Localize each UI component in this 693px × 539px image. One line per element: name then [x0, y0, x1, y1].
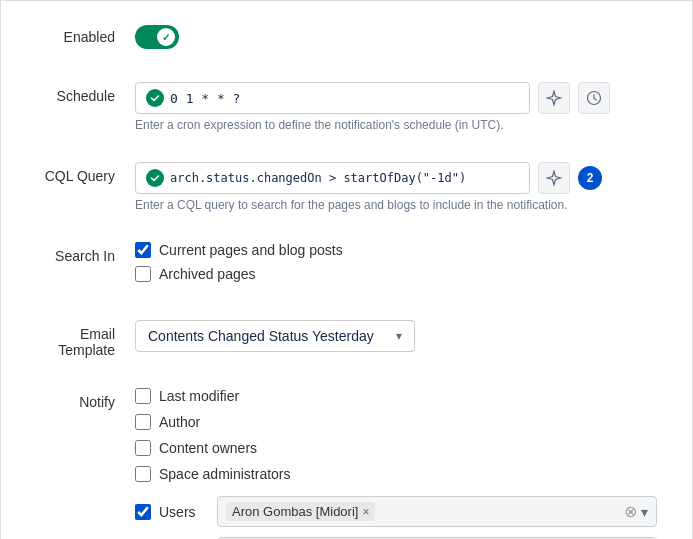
email-template-label: Email Template — [25, 320, 135, 358]
cql-input[interactable]: arch.status.changedOn > startOfDay("-1d"… — [135, 162, 530, 194]
author-checkbox[interactable] — [135, 414, 151, 430]
cql-label: CQL Query — [25, 162, 135, 184]
user-tag-label: Aron Gombas [Midori] — [232, 504, 358, 519]
enabled-content: ✓ — [135, 23, 668, 52]
toggle-check-icon: ✓ — [162, 32, 170, 43]
cql-content: arch.status.changedOn > startOfDay("-1d"… — [135, 162, 668, 212]
cql-value: arch.status.changedOn > startOfDay("-1d"… — [170, 171, 466, 185]
users-label: Users — [159, 504, 209, 520]
content-owners-label: Content owners — [159, 440, 257, 456]
archived-pages-label: Archived pages — [159, 266, 256, 282]
email-template-row: Email Template Contents Changed Status Y… — [25, 314, 668, 364]
email-template-content: Contents Changed Status Yesterday ▾ — [135, 320, 668, 352]
schedule-sparkle-button[interactable] — [538, 82, 570, 114]
current-pages-checkbox[interactable] — [135, 242, 151, 258]
content-owners-row: Content owners — [135, 440, 668, 456]
space-admins-row: Space administrators — [135, 466, 668, 482]
notify-row: Notify Last modifier Author Content owne… — [25, 382, 668, 539]
enabled-label: Enabled — [25, 23, 135, 45]
last-modifier-label: Last modifier — [159, 388, 239, 404]
notify-label: Notify — [25, 388, 135, 410]
space-admins-checkbox[interactable] — [135, 466, 151, 482]
cql-row: CQL Query arch.status.changedOn > startO… — [25, 156, 668, 218]
schedule-valid-icon — [146, 89, 164, 107]
current-pages-row: Current pages and blog posts — [135, 242, 668, 258]
schedule-value: 0 1 * * ? — [170, 91, 240, 106]
enabled-row: Enabled ✓ — [25, 17, 668, 58]
email-template-dropdown[interactable]: Contents Changed Status Yesterday ▾ — [135, 320, 415, 352]
cql-valid-icon — [146, 169, 164, 187]
notify-content: Last modifier Author Content owners Spac… — [135, 388, 668, 539]
author-row: Author — [135, 414, 668, 430]
schedule-input[interactable]: 0 1 * * ? — [135, 82, 530, 114]
users-row: Users Aron Gombas [Midori] × ⊗ ▾ — [135, 496, 668, 527]
cql-badge-button[interactable]: 2 — [578, 166, 602, 190]
enabled-toggle[interactable]: ✓ — [135, 25, 179, 49]
email-template-chevron-icon: ▾ — [396, 329, 402, 343]
search-in-label: Search In — [25, 242, 135, 264]
schedule-row: Schedule 0 1 * * ? — [25, 76, 668, 138]
author-label: Author — [159, 414, 200, 430]
tag-input-actions: ⊗ ▾ — [624, 502, 648, 521]
users-tag-input[interactable]: Aron Gombas [Midori] × ⊗ ▾ — [217, 496, 657, 527]
last-modifier-checkbox[interactable] — [135, 388, 151, 404]
search-in-content: Current pages and blog posts Archived pa… — [135, 242, 668, 290]
archived-pages-checkbox[interactable] — [135, 266, 151, 282]
last-modifier-row: Last modifier — [135, 388, 668, 404]
schedule-label: Schedule — [25, 82, 135, 104]
users-checkbox[interactable] — [135, 504, 151, 520]
space-admins-label: Space administrators — [159, 466, 291, 482]
user-tag: Aron Gombas [Midori] × — [226, 502, 375, 521]
content-owners-checkbox[interactable] — [135, 440, 151, 456]
clear-icon[interactable]: ⊗ — [624, 502, 637, 521]
email-template-value: Contents Changed Status Yesterday — [148, 328, 374, 344]
user-tag-remove-icon[interactable]: × — [362, 506, 369, 518]
cql-sparkle-button[interactable] — [538, 162, 570, 194]
schedule-hint: Enter a cron expression to define the no… — [135, 118, 668, 132]
schedule-clock-button[interactable] — [578, 82, 610, 114]
tag-chevron-icon[interactable]: ▾ — [641, 504, 648, 520]
schedule-content: 0 1 * * ? Enter a cron expression to def… — [135, 82, 668, 132]
archived-pages-row: Archived pages — [135, 266, 668, 282]
cql-hint: Enter a CQL query to search for the page… — [135, 198, 668, 212]
search-in-row: Search In Current pages and blog posts A… — [25, 236, 668, 296]
current-pages-label: Current pages and blog posts — [159, 242, 343, 258]
